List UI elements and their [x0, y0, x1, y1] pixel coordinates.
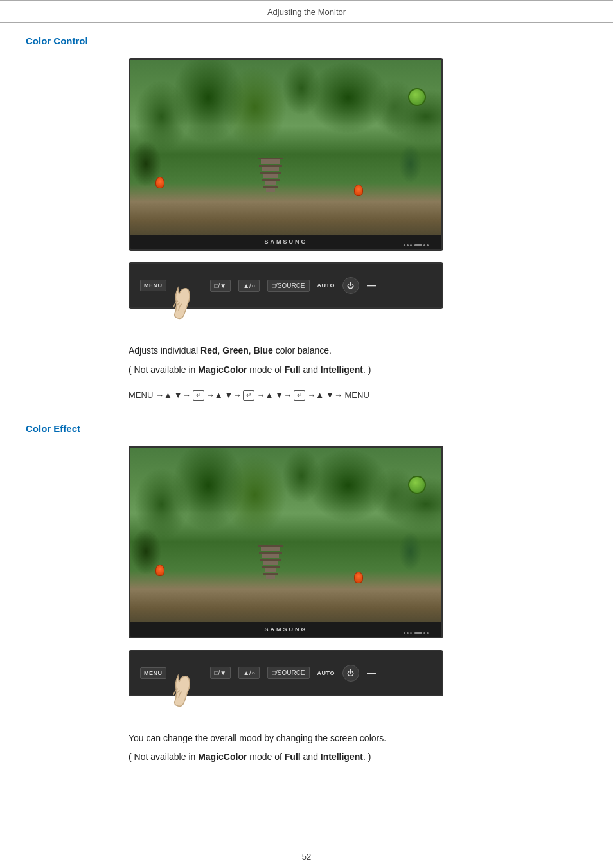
monitor-screen-2: SAMSUNG: [129, 446, 443, 638]
section-title-color-effect: Color Effect: [26, 423, 587, 434]
pagoda-2: [261, 545, 280, 583]
remote-minus-2: —: [367, 668, 376, 678]
page-number: 52: [302, 852, 311, 862]
monitor-screen-1: SAMSUNG: [129, 58, 443, 251]
remote-btn-source-1: □/SOURCE: [267, 280, 310, 292]
monitor-dots-2: [404, 632, 429, 634]
remote-btn-box-down-2: □/▼: [210, 667, 231, 679]
garden-bg-1: [130, 60, 441, 249]
desc-color-control: Adjusts individual Red, Green, Blue colo…: [129, 343, 587, 378]
remote-controls-2: □/▼ ▲/○ □/SOURCE AUTO ⏻ —: [210, 665, 376, 682]
samsung-logo-1: SAMSUNG: [264, 239, 307, 245]
remote-panel-2: MENU □/▼ ▲/○ □/SOURCE AUT: [129, 650, 443, 696]
remote-minus-1: —: [367, 280, 376, 291]
garden-overlay-1: [130, 60, 441, 249]
desc-note-2: ( Not available in MagicColor mode of Fu…: [129, 750, 587, 765]
desc-note-1: ( Not available in MagicColor mode of Fu…: [129, 363, 587, 378]
desc-line-1: Adjusts individual Red, Green, Blue colo…: [129, 343, 587, 359]
page-footer: 52: [0, 845, 613, 868]
remote-btn-up-circle-2: ▲/○: [238, 667, 260, 679]
hand-illustration-2: [168, 673, 194, 705]
remote-btn-up-circle-1: ▲/○: [238, 280, 260, 292]
remote-btn-box-down-1: □/▼: [210, 280, 231, 292]
monitor-image-color-control: SAMSUNG: [129, 58, 587, 251]
monitor-image-color-effect: SAMSUNG: [129, 446, 587, 638]
garden-bg-2: [130, 448, 441, 637]
monitor-dots-1: [404, 244, 429, 246]
menu-sequence-1: MENU →▲ ▼→ ↵ →▲ ▼→ ↵ →▲ ▼→ ↵ →▲ ▼→ MENU: [129, 387, 587, 404]
garden-overlay-2: [130, 448, 441, 637]
remote-power-1: ⏻: [342, 277, 359, 294]
section-title-color-control: Color Control: [26, 35, 587, 46]
monitor-bottom-bar-1: SAMSUNG: [130, 235, 441, 249]
green-circle-2: [408, 476, 426, 494]
scene-1: [130, 60, 441, 249]
header-title: Adjusting the Monitor: [267, 7, 346, 17]
samsung-logo-2: SAMSUNG: [264, 626, 307, 633]
section-color-effect: Color Effect: [26, 423, 587, 766]
monitor-bottom-bar-2: SAMSUNG: [130, 622, 441, 637]
green-circle-1: [408, 88, 426, 106]
page-header: Adjusting the Monitor: [0, 0, 613, 23]
desc-color-effect: You can change the overall mood by chang…: [129, 731, 587, 766]
hand-illustration-1: [168, 285, 194, 317]
scene-2: [130, 448, 441, 637]
remote-menu-label-1: MENU: [140, 280, 166, 291]
lantern-right: [354, 185, 363, 196]
remote-power-2: ⏻: [342, 665, 359, 682]
remote-btn-source-2: □/SOURCE: [267, 667, 310, 679]
remote-panel-1: MENU □/▼ ▲/○ □/SOURCE: [129, 262, 443, 309]
desc-line-2: You can change the overall mood by chang…: [129, 731, 587, 746]
remote-auto-2: AUTO: [317, 670, 335, 676]
remote-controls-1: □/▼ ▲/○ □/SOURCE AUTO ⏻ —: [210, 277, 376, 294]
section-color-control: Color Control: [26, 35, 587, 404]
remote-menu-label-2: MENU: [140, 667, 166, 679]
pagoda-1: [261, 158, 280, 196]
remote-auto-1: AUTO: [317, 282, 335, 289]
